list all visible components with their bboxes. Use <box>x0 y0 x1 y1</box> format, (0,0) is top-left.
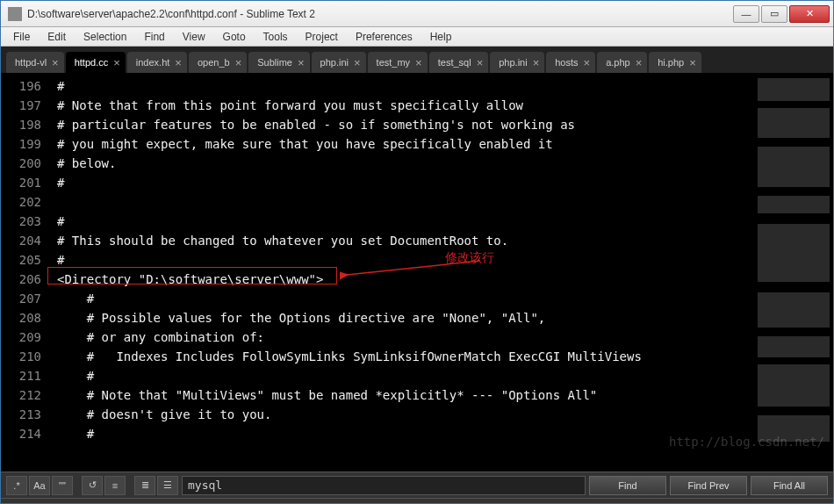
tab-3[interactable]: open_b× <box>189 52 247 73</box>
find-all-button[interactable]: Find All <box>751 476 828 495</box>
line-number: 197 <box>1 96 41 115</box>
menu-find[interactable]: Find <box>137 29 171 45</box>
menu-selection[interactable]: Selection <box>76 29 133 45</box>
line-number: 208 <box>1 308 41 328</box>
tab-close-icon[interactable]: × <box>415 57 422 68</box>
line-number: 199 <box>1 134 41 154</box>
tab-close-icon[interactable]: × <box>52 57 59 68</box>
menu-tools[interactable]: Tools <box>256 29 295 45</box>
highlight-box <box>47 267 337 284</box>
line-number: 204 <box>1 231 41 250</box>
tab-10[interactable]: a.php× <box>597 52 647 73</box>
minimap[interactable] <box>754 73 833 472</box>
window-title: D:\software\server\apache2.2\conf\httpd.… <box>27 8 731 20</box>
tab-2[interactable]: index.ht× <box>127 52 187 73</box>
tab-4[interactable]: Sublime× <box>248 52 309 73</box>
maximize-button[interactable]: ▭ <box>761 5 787 23</box>
tab-1[interactable]: httpd.cc× <box>66 52 126 73</box>
line-number: 210 <box>1 347 41 366</box>
tab-6[interactable]: test_my× <box>368 52 428 73</box>
tab-close-icon[interactable]: × <box>584 57 591 68</box>
line-number: 198 <box>1 115 41 134</box>
tab-0[interactable]: httpd-vl× <box>6 52 64 73</box>
tab-label: httpd.cc <box>75 57 109 68</box>
line-number: 206 <box>1 270 41 289</box>
tab-label: index.ht <box>136 57 170 68</box>
tab-8[interactable]: php.ini× <box>490 52 544 73</box>
line-number: 212 <box>1 385 41 405</box>
tab-label: php.ini <box>320 57 349 68</box>
tab-11[interactable]: hi.php× <box>649 52 701 73</box>
titlebar: D:\software\server\apache2.2\conf\httpd.… <box>1 1 833 27</box>
minimize-button[interactable]: — <box>733 5 759 23</box>
line-number: 201 <box>1 173 41 192</box>
tab-close-icon[interactable]: × <box>636 57 643 68</box>
tab-9[interactable]: hosts× <box>546 52 595 73</box>
window-buttons: — ▭ ✕ <box>731 5 830 23</box>
editor[interactable]: 1961971981992002012022032042052062072082… <box>1 73 833 472</box>
tab-label: test_sql <box>438 57 471 68</box>
tab-label: a.php <box>606 57 630 68</box>
tabbar: httpd-vl×httpd.cc×index.ht×open_b×Sublim… <box>1 47 833 73</box>
menu-project[interactable]: Project <box>298 29 345 45</box>
line-number: 214 <box>1 424 41 443</box>
line-number: 209 <box>1 328 41 347</box>
menu-help[interactable]: Help <box>423 29 459 45</box>
annotation-text: 修改该行 <box>445 248 494 268</box>
code-text[interactable]: # # Note that from this point forward yo… <box>57 76 754 443</box>
tab-label: httpd-vl <box>15 57 47 68</box>
line-number: 213 <box>1 405 41 424</box>
tab-label: open_b <box>198 57 230 68</box>
line-number: 196 <box>1 76 41 96</box>
tab-close-icon[interactable]: × <box>235 57 242 68</box>
tab-label: Sublime <box>257 57 292 68</box>
tab-close-icon[interactable]: × <box>477 57 484 68</box>
line-number: 200 <box>1 154 41 173</box>
tab-close-icon[interactable]: × <box>533 57 540 68</box>
line-number: 205 <box>1 250 41 270</box>
code-area[interactable]: # # Note that from this point forward yo… <box>50 73 754 472</box>
tab-label: hi.php <box>658 57 684 68</box>
menu-file[interactable]: File <box>6 29 37 45</box>
close-button[interactable]: ✕ <box>789 5 830 23</box>
find-opt-1[interactable]: Aa <box>29 476 50 495</box>
tab-label: php.ini <box>499 57 527 68</box>
tab-close-icon[interactable]: × <box>354 57 361 68</box>
menu-edit[interactable]: Edit <box>40 29 73 45</box>
menu-goto[interactable]: Goto <box>216 29 253 45</box>
find-opt-0[interactable]: .* <box>6 476 27 495</box>
line-number: 211 <box>1 366 41 385</box>
tab-close-icon[interactable]: × <box>175 57 182 68</box>
tab-close-icon[interactable]: × <box>298 57 305 68</box>
tab-7[interactable]: test_sql× <box>429 52 489 73</box>
menu-view[interactable]: View <box>176 29 212 45</box>
line-number: 203 <box>1 212 41 231</box>
tab-label: test_my <box>377 57 411 68</box>
menu-preferences[interactable]: Preferences <box>349 29 420 45</box>
app-icon <box>8 7 22 21</box>
tab-5[interactable]: php.ini× <box>312 52 366 73</box>
line-number: 207 <box>1 289 41 308</box>
menubar: FileEditSelectionFindViewGotoToolsProjec… <box>1 27 833 47</box>
line-number: 202 <box>1 192 41 212</box>
tab-close-icon[interactable]: × <box>689 57 696 68</box>
tab-close-icon[interactable]: × <box>113 57 120 68</box>
tab-label: hosts <box>555 57 578 68</box>
line-gutter: 1961971981992002012022032042052062072082… <box>1 73 50 472</box>
